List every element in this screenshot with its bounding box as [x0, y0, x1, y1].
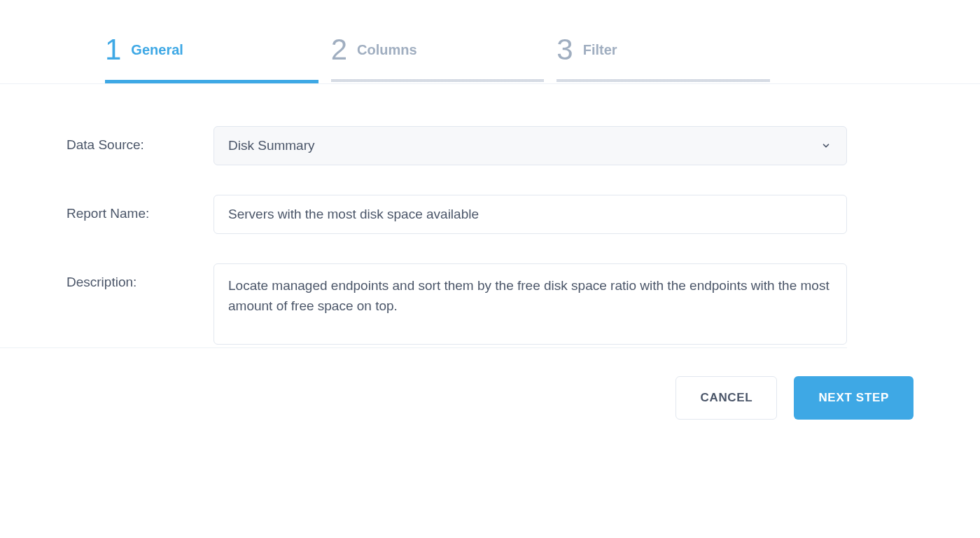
step-number: 1 — [105, 35, 121, 64]
row-report-name: Report Name: — [66, 195, 847, 234]
chevron-down-icon — [821, 141, 831, 151]
description-textarea[interactable] — [214, 263, 847, 345]
step-columns[interactable]: 2 Columns — [331, 35, 545, 83]
wizard-stepper: 1 General 2 Columns 3 Filter — [0, 0, 770, 83]
data-source-select[interactable]: Disk Summary — [214, 126, 847, 165]
step-number: 2 — [331, 35, 347, 64]
label-data-source: Data Source: — [66, 126, 214, 153]
row-description: Description: — [66, 263, 847, 347]
report-name-input[interactable] — [214, 195, 847, 234]
label-report-name: Report Name: — [66, 195, 214, 221]
data-source-value: Disk Summary — [228, 138, 315, 153]
step-number: 3 — [556, 35, 573, 64]
next-step-button[interactable]: NEXT STEP — [794, 376, 913, 420]
step-label: Columns — [357, 42, 417, 58]
wizard-footer: CANCEL NEXT STEP — [0, 348, 913, 420]
cancel-button[interactable]: CANCEL — [676, 376, 777, 420]
step-label: Filter — [583, 42, 617, 58]
step-filter[interactable]: 3 Filter — [556, 35, 770, 83]
general-form: Data Source: Disk Summary Report Name: D… — [0, 84, 847, 347]
label-description: Description: — [66, 263, 214, 290]
step-label: General — [131, 42, 183, 58]
step-general[interactable]: 1 General — [105, 35, 318, 83]
row-data-source: Data Source: Disk Summary — [66, 126, 847, 165]
